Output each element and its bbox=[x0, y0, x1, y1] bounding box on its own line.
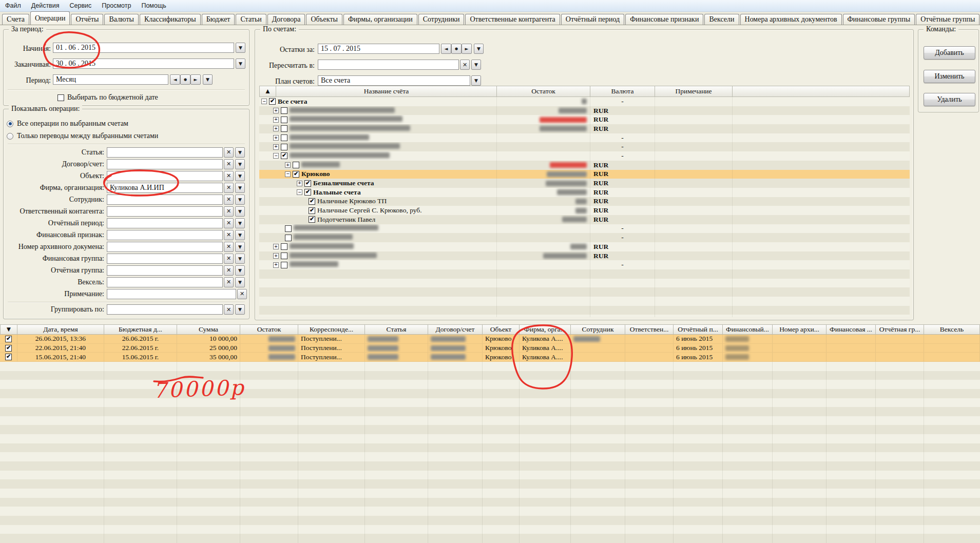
tab[interactable]: Отчётные группы bbox=[916, 14, 979, 25]
filter-input[interactable] bbox=[107, 147, 223, 158]
dropdown-icon[interactable]: ▼ bbox=[235, 159, 245, 169]
account-tree-row[interactable]: + - bbox=[259, 142, 910, 151]
group-by-input[interactable] bbox=[107, 304, 223, 315]
account-tree-row[interactable]: Наличные Крюково ТП RUR bbox=[259, 197, 910, 206]
filter-input[interactable] bbox=[107, 265, 223, 276]
tree-header-name[interactable]: Название счёта bbox=[276, 86, 497, 97]
tree-expander-icon[interactable]: + bbox=[273, 126, 279, 131]
period-prev-button[interactable]: ◄ bbox=[170, 74, 180, 85]
clear-icon[interactable]: ✕ bbox=[224, 206, 234, 217]
tab[interactable]: Счета bbox=[2, 14, 29, 25]
account-tree-row[interactable]: Подотчетник Павел RUR bbox=[259, 215, 910, 224]
dropdown-icon[interactable]: ▼ bbox=[235, 218, 245, 228]
account-checkbox[interactable] bbox=[281, 243, 287, 250]
clear-icon[interactable]: ✕ bbox=[224, 218, 234, 228]
tab[interactable]: Классификаторы bbox=[140, 14, 201, 25]
account-checkbox[interactable] bbox=[281, 107, 287, 114]
balance-prev-button[interactable]: ◄ bbox=[441, 44, 451, 54]
ops-header-10[interactable]: Сотрудник bbox=[571, 324, 625, 335]
period-dropdown-icon[interactable]: ▼ bbox=[203, 74, 213, 85]
tab[interactable]: Отчётный период bbox=[561, 14, 624, 25]
ops-header-5[interactable]: Корреспонде... bbox=[298, 324, 365, 335]
account-checkbox[interactable] bbox=[304, 189, 311, 196]
ops-header-16[interactable]: Отчётная гр... bbox=[876, 324, 924, 335]
ops-header-7[interactable]: Договор/счет bbox=[428, 324, 483, 335]
account-tree-row[interactable]: − - bbox=[259, 151, 910, 161]
tab[interactable]: Номера архивных документов bbox=[740, 14, 842, 25]
operation-row[interactable]: 15.06.2015, 21:4015.06.2015 г.35 000,00П… bbox=[0, 353, 980, 362]
tab[interactable]: Статьи bbox=[236, 14, 266, 25]
balance-date-input[interactable]: 15 . 07 . 2015 bbox=[318, 44, 439, 54]
recalc-input[interactable] bbox=[318, 60, 459, 70]
account-tree-row[interactable]: − Нальные счета RUR bbox=[259, 188, 910, 197]
tab[interactable]: Объекты bbox=[306, 14, 342, 25]
dropdown-icon[interactable]: ▼ bbox=[235, 230, 245, 240]
clear-icon[interactable]: ✕ bbox=[224, 242, 234, 252]
tree-expander-icon[interactable]: + bbox=[273, 253, 279, 259]
account-tree-row[interactable]: + - bbox=[259, 133, 910, 143]
dropdown-icon[interactable]: ▼ bbox=[235, 171, 245, 181]
delete-button[interactable]: Удалить bbox=[924, 93, 975, 106]
account-checkbox[interactable] bbox=[309, 207, 315, 214]
account-tree-row[interactable]: - bbox=[259, 233, 910, 242]
end-date-input[interactable]: 30 . 06 . 2015 bbox=[53, 59, 234, 69]
menu-item[interactable]: Просмотр bbox=[97, 0, 136, 11]
ops-header-2[interactable]: Бюджетная д... bbox=[104, 324, 177, 335]
add-button[interactable]: Добавить bbox=[924, 46, 975, 60]
ops-header-17[interactable]: Вексель bbox=[924, 324, 980, 335]
dropdown-icon[interactable]: ▼ bbox=[235, 206, 245, 217]
tree-expander-icon[interactable]: − bbox=[261, 99, 267, 104]
account-tree-row[interactable]: + - bbox=[259, 260, 910, 269]
account-checkbox[interactable] bbox=[285, 235, 292, 241]
ops-header-4[interactable]: Остаток bbox=[240, 324, 298, 335]
filter-input[interactable] bbox=[107, 218, 223, 228]
tab[interactable]: Сотрудники bbox=[418, 14, 465, 25]
tree-expander-icon[interactable]: + bbox=[297, 181, 302, 186]
tab[interactable]: Финансовые группы bbox=[843, 14, 915, 25]
filter-input[interactable] bbox=[107, 277, 223, 287]
dropdown-icon[interactable]: ▼ bbox=[235, 195, 245, 205]
period-next-button[interactable]: ► bbox=[190, 74, 201, 85]
account-checkbox[interactable] bbox=[281, 125, 287, 132]
account-checkbox[interactable] bbox=[293, 162, 299, 168]
clear-icon[interactable]: ✕ bbox=[224, 304, 234, 315]
period-current-button[interactable]: ● bbox=[180, 74, 190, 85]
dropdown-icon[interactable]: ▼ bbox=[235, 304, 245, 315]
ops-sort-icon[interactable]: ▼ bbox=[0, 324, 17, 335]
account-tree-row[interactable]: − Крюково RUR bbox=[259, 170, 910, 179]
start-date-dropdown-icon[interactable]: ▼ bbox=[236, 43, 245, 53]
tab[interactable]: Ответственные контрагента bbox=[465, 14, 560, 25]
clear-icon[interactable]: ✕ bbox=[224, 230, 234, 240]
ops-header-11[interactable]: Ответствен... bbox=[625, 324, 674, 335]
account-checkbox[interactable] bbox=[309, 216, 315, 223]
filter-input[interactable] bbox=[107, 230, 223, 240]
account-checkbox[interactable] bbox=[304, 180, 311, 187]
tree-expander-icon[interactable]: + bbox=[273, 144, 279, 150]
account-tree-row[interactable]: - bbox=[259, 224, 910, 234]
account-tree-row[interactable]: + RUR bbox=[259, 242, 910, 251]
filter-input[interactable] bbox=[107, 171, 223, 181]
tree-expander-icon[interactable]: − bbox=[297, 189, 302, 195]
filter-input[interactable] bbox=[107, 206, 223, 217]
tab[interactable]: Валюты bbox=[104, 14, 138, 25]
account-tree-row[interactable]: − Все счета - bbox=[259, 97, 910, 106]
ops-header-12[interactable]: Отчётный п... bbox=[674, 324, 723, 335]
start-date-input[interactable]: 01 . 06 . 2015 bbox=[53, 43, 234, 53]
radio-icon[interactable] bbox=[7, 133, 13, 140]
tree-expander-icon[interactable]: − bbox=[273, 153, 279, 159]
clear-icon[interactable]: ✕ bbox=[224, 183, 234, 193]
dropdown-icon[interactable]: ▼ bbox=[235, 242, 245, 252]
sort-asc-icon[interactable]: ▲ bbox=[259, 86, 276, 97]
menu-item[interactable]: Сервис bbox=[65, 0, 97, 11]
filter-input[interactable] bbox=[107, 159, 223, 169]
operation-row[interactable]: 22.06.2015, 21:4022.06.2015 г.25 000,00П… bbox=[0, 344, 980, 353]
tree-header-balance[interactable]: Остаток bbox=[497, 86, 590, 97]
dropdown-icon[interactable]: ▼ bbox=[235, 183, 245, 193]
account-tree-row[interactable]: + RUR bbox=[259, 115, 910, 124]
chart-plan-select[interactable]: Все счета bbox=[318, 75, 470, 86]
budget-date-checkbox[interactable] bbox=[57, 94, 64, 101]
tab[interactable]: Фирмы, организации bbox=[343, 14, 417, 25]
clear-icon[interactable]: ✕ bbox=[224, 195, 234, 205]
account-checkbox[interactable] bbox=[281, 134, 287, 141]
account-checkbox[interactable] bbox=[281, 262, 287, 268]
